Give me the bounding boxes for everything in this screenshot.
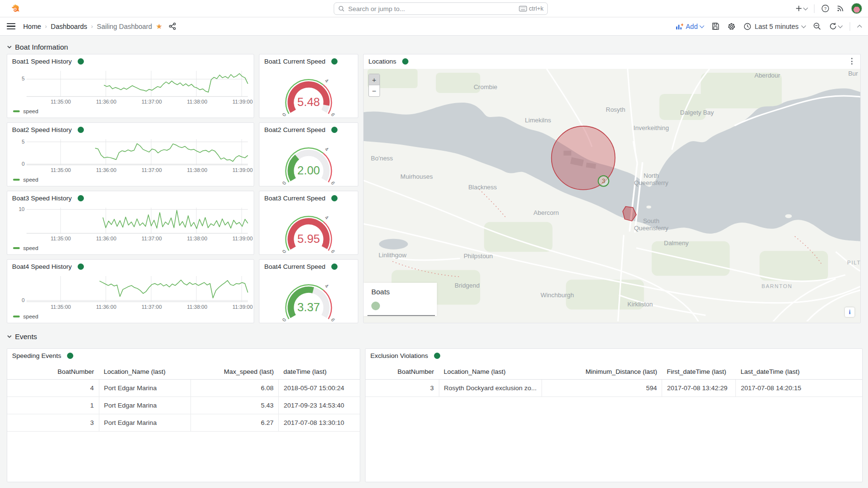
gauge-tick-label: 6 [330, 317, 336, 322]
timeseries-plot[interactable]: 011:35:0011:36:0011:37:0011:38:0011:39:0… [27, 276, 248, 302]
refresh-button[interactable] [829, 22, 842, 30]
panel-title[interactable]: Exclusion Violations [370, 352, 428, 359]
chevron-down-icon [699, 23, 704, 28]
events-tables-row: Speeding EventsBoatNumberLocation_Name (… [7, 348, 861, 482]
x-axis-tick: 11:39:00 [227, 167, 254, 173]
menu-toggle-button[interactable] [7, 23, 15, 30]
timeseries-plot[interactable]: 5011:35:0011:36:0011:37:0011:38:0011:39:… [27, 139, 248, 165]
column-header[interactable]: Last_dateTime (last) [736, 364, 862, 380]
gauge-tick-label: 0 [281, 180, 287, 185]
map-zoom-in-button[interactable]: + [369, 74, 380, 85]
panel-title[interactable]: Boat2 Speed History [12, 126, 72, 133]
timeseries-plot[interactable]: 1011:35:0011:36:0011:37:0011:38:0011:39:… [27, 208, 248, 234]
panel-title[interactable]: Boat4 Current Speed [264, 263, 326, 270]
y-axis-tick: 5 [10, 139, 25, 145]
panel-health-dot [331, 264, 338, 270]
panel-title[interactable]: Boat1 Current Speed [264, 58, 326, 65]
gauge: 0465.48 [259, 68, 358, 117]
x-axis-tick: 11:37:00 [136, 167, 167, 173]
gauge-tick-label: 6 [330, 112, 336, 117]
x-axis-tick: 11:38:00 [182, 167, 213, 173]
panel-health-dot [78, 127, 84, 133]
news-button[interactable] [836, 4, 844, 13]
basemap: 3 CrombieLimekilnsRosythInverkeithingDal… [364, 69, 860, 321]
map-place-label: Crombie [474, 83, 497, 91]
panel-health-dot [331, 58, 338, 65]
legend-item-speed[interactable]: speed [13, 177, 38, 183]
panel-title[interactable]: Boat1 Speed History [12, 58, 72, 65]
zoom-out-icon[interactable] [813, 22, 821, 30]
panel-title[interactable]: Boat3 Current Speed [264, 195, 326, 202]
map-zoom-out-button[interactable]: − [369, 85, 380, 96]
save-icon[interactable] [711, 22, 719, 30]
x-axis-tick: 11:39:00 [227, 99, 254, 105]
map-legend: Boats [364, 283, 437, 316]
panel-health-dot [402, 58, 408, 65]
panel-title[interactable]: Speeding Events [12, 352, 61, 359]
x-axis-tick: 11:36:00 [91, 167, 122, 173]
keyboard-shortcut-hint: ctrl+k [519, 5, 543, 12]
panel-title[interactable]: Boat2 Current Speed [264, 126, 326, 133]
gauge-value: 5.95 [298, 232, 320, 245]
panel-health-dot [67, 353, 73, 359]
panel-boat3-speed-history: Boat3 Speed History1011:35:0011:36:0011:… [7, 191, 254, 255]
series-color-swatch [13, 316, 20, 317]
favorite-star-icon[interactable]: ★ [156, 22, 162, 31]
chevron-down-icon [838, 23, 843, 28]
search-input[interactable]: Search or jump to... ctrl+k [334, 2, 548, 15]
gauge: 0465.95 [259, 205, 358, 253]
x-axis-tick: 11:38:00 [182, 236, 213, 241]
section-boat-information[interactable]: Boat Information [7, 40, 861, 54]
share-icon[interactable] [168, 22, 176, 30]
timeseries-plot[interactable]: 511:35:0011:36:0011:37:0011:38:0011:39:0… [27, 71, 248, 97]
help-button[interactable]: ? [821, 4, 829, 13]
table-cell: 2017-07-08 13:42:29 [662, 380, 736, 397]
column-header[interactable]: Location_Name (last) [439, 364, 542, 380]
time-range-label: Last 5 minutes [755, 23, 799, 30]
column-header[interactable]: BoatNumber [7, 364, 99, 380]
column-header[interactable]: Minimum_Distance (last) [542, 364, 662, 380]
map-place-label: Linlithgow [379, 251, 407, 259]
panel-title[interactable]: Boat3 Speed History [12, 195, 72, 202]
section-events[interactable]: Events [7, 329, 861, 343]
geomap[interactable]: 3 CrombieLimekilnsRosythInverkeithingDal… [364, 69, 860, 323]
legend-item-speed[interactable]: speed [13, 108, 38, 114]
column-header[interactable]: Max_speed (last) [190, 364, 279, 380]
legend-item-speed[interactable]: speed [13, 245, 38, 251]
gauge-value: 3.37 [298, 300, 320, 313]
map-place-label: Dalmeny [664, 239, 689, 247]
breadcrumb-dashboards[interactable]: Dashboards [51, 23, 87, 30]
series-color-swatch [13, 247, 20, 249]
collapse-toolbar-chevron[interactable] [857, 25, 862, 30]
panel-title[interactable]: Boat4 Speed History [12, 263, 72, 270]
panel-menu-icon[interactable] [848, 56, 855, 66]
table-cell: Port Edgar Marina [99, 414, 190, 432]
time-range-picker[interactable]: Last 5 minutes [744, 23, 805, 30]
grafana-logo[interactable] [10, 3, 20, 14]
panel-exclusion-violations: Exclusion ViolationsBoatNumberLocation_N… [365, 348, 863, 482]
x-axis-tick: 11:36:00 [91, 236, 122, 241]
table-cell: 5.43 [190, 397, 279, 414]
map-attribution-button[interactable]: i [845, 307, 854, 317]
settings-gear-icon[interactable] [727, 22, 736, 31]
legend-item-speed[interactable]: speed [13, 314, 38, 319]
gauge-value: 5.48 [298, 95, 320, 108]
gauge-tick-label: 0 [281, 249, 287, 254]
series-color-swatch [13, 179, 20, 181]
table-cell: 2017-09-23 14:53:40 [279, 397, 360, 414]
clock-icon [744, 23, 751, 30]
column-header[interactable]: dateTime (last) [279, 364, 360, 380]
panel-health-dot [331, 195, 338, 201]
breadcrumb-home[interactable]: Home [23, 23, 41, 30]
table-cell: 2017-07-08 14:20:15 [736, 380, 862, 397]
column-header[interactable]: Location_Name (last) [99, 364, 190, 380]
column-header[interactable]: First_dateTime (last) [662, 364, 736, 380]
panel-title[interactable]: Locations [368, 58, 396, 65]
gauge-tick-label: 4 [324, 283, 330, 289]
legend-label: speed [23, 177, 38, 183]
column-header[interactable]: BoatNumber [366, 364, 439, 380]
add-panel-button[interactable]: Add [676, 23, 704, 30]
legend-label: speed [23, 314, 38, 319]
user-avatar[interactable] [851, 3, 862, 14]
new-button[interactable] [795, 5, 807, 12]
